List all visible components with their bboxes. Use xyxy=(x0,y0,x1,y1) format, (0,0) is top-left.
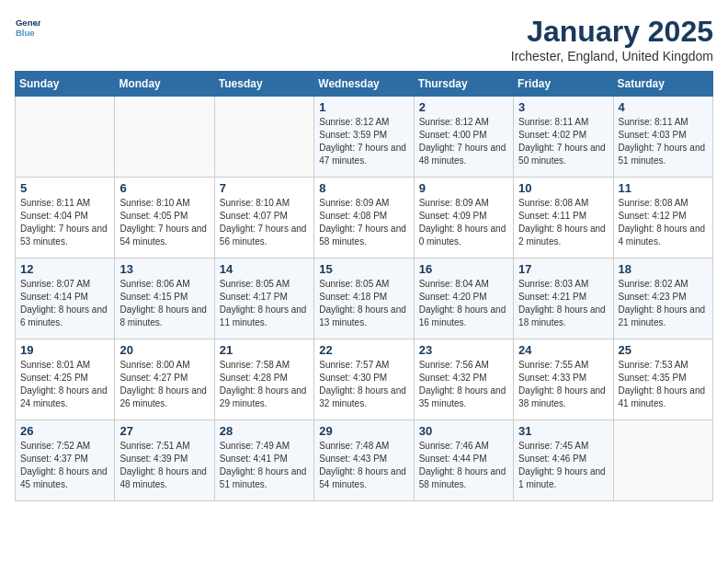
day-number: 10 xyxy=(518,181,608,195)
logo: General Blue xyxy=(15,15,40,40)
calendar-cell xyxy=(613,420,712,501)
calendar-cell: 3Sunrise: 8:11 AM Sunset: 4:02 PM Daylig… xyxy=(514,97,613,178)
day-number: 6 xyxy=(119,181,209,195)
calendar-cell xyxy=(214,97,313,178)
weekday-header-monday: Monday xyxy=(115,72,214,97)
cell-info: Sunrise: 8:05 AM Sunset: 4:18 PM Dayligh… xyxy=(319,278,408,329)
cell-info: Sunrise: 7:51 AM Sunset: 4:39 PM Dayligh… xyxy=(119,440,209,491)
day-number: 5 xyxy=(20,181,109,195)
page-header: General Blue January 2025 Irchester, Eng… xyxy=(15,15,713,63)
calendar-cell: 2Sunrise: 8:12 AM Sunset: 4:00 PM Daylig… xyxy=(414,97,513,178)
day-number: 25 xyxy=(619,343,708,357)
weekday-header-tuesday: Tuesday xyxy=(214,72,313,97)
cell-info: Sunrise: 8:12 AM Sunset: 4:00 PM Dayligh… xyxy=(419,116,508,167)
day-number: 29 xyxy=(319,424,408,438)
calendar-cell xyxy=(16,97,115,178)
calendar-cell: 23Sunrise: 7:56 AM Sunset: 4:32 PM Dayli… xyxy=(414,339,513,420)
calendar-cell: 29Sunrise: 7:48 AM Sunset: 4:43 PM Dayli… xyxy=(314,420,414,501)
day-number: 8 xyxy=(319,181,408,195)
cell-info: Sunrise: 7:58 AM Sunset: 4:28 PM Dayligh… xyxy=(220,359,309,410)
cell-info: Sunrise: 8:11 AM Sunset: 4:03 PM Dayligh… xyxy=(619,116,708,167)
day-number: 30 xyxy=(419,424,508,438)
calendar-cell: 5Sunrise: 8:11 AM Sunset: 4:04 PM Daylig… xyxy=(16,178,115,259)
cell-info: Sunrise: 8:05 AM Sunset: 4:17 PM Dayligh… xyxy=(220,278,309,329)
cell-info: Sunrise: 7:56 AM Sunset: 4:32 PM Dayligh… xyxy=(419,359,508,410)
cell-info: Sunrise: 8:10 AM Sunset: 4:05 PM Dayligh… xyxy=(119,197,209,248)
day-number: 7 xyxy=(220,181,309,195)
calendar-cell: 19Sunrise: 8:01 AM Sunset: 4:25 PM Dayli… xyxy=(16,339,115,420)
day-number: 31 xyxy=(518,424,608,438)
calendar-cell: 10Sunrise: 8:08 AM Sunset: 4:11 PM Dayli… xyxy=(514,178,613,259)
cell-info: Sunrise: 8:11 AM Sunset: 4:02 PM Dayligh… xyxy=(518,116,608,167)
month-title: January 2025 xyxy=(511,15,713,49)
cell-info: Sunrise: 7:55 AM Sunset: 4:33 PM Dayligh… xyxy=(518,359,608,410)
cell-info: Sunrise: 8:09 AM Sunset: 4:09 PM Dayligh… xyxy=(419,197,508,248)
calendar-cell: 9Sunrise: 8:09 AM Sunset: 4:09 PM Daylig… xyxy=(414,178,513,259)
cell-info: Sunrise: 7:48 AM Sunset: 4:43 PM Dayligh… xyxy=(319,440,408,491)
weekday-header-saturday: Saturday xyxy=(613,72,712,97)
cell-info: Sunrise: 8:00 AM Sunset: 4:27 PM Dayligh… xyxy=(119,359,209,410)
weekday-header-friday: Friday xyxy=(514,72,613,97)
calendar-cell: 17Sunrise: 8:03 AM Sunset: 4:21 PM Dayli… xyxy=(514,259,613,339)
weekday-header-wednesday: Wednesday xyxy=(314,72,414,97)
cell-info: Sunrise: 8:08 AM Sunset: 4:11 PM Dayligh… xyxy=(518,197,608,248)
calendar-cell: 30Sunrise: 7:46 AM Sunset: 4:44 PM Dayli… xyxy=(414,420,513,501)
cell-info: Sunrise: 8:06 AM Sunset: 4:15 PM Dayligh… xyxy=(119,278,209,329)
day-number: 20 xyxy=(119,343,209,357)
day-number: 23 xyxy=(419,343,508,357)
day-number: 21 xyxy=(220,343,309,357)
day-number: 28 xyxy=(220,424,309,438)
calendar-cell: 25Sunrise: 7:53 AM Sunset: 4:35 PM Dayli… xyxy=(613,339,712,420)
calendar-cell: 31Sunrise: 7:45 AM Sunset: 4:46 PM Dayli… xyxy=(514,420,613,501)
title-block: January 2025 Irchester, England, United … xyxy=(511,15,713,63)
cell-info: Sunrise: 8:04 AM Sunset: 4:20 PM Dayligh… xyxy=(419,278,508,329)
day-number: 3 xyxy=(518,100,608,114)
svg-text:General: General xyxy=(16,17,40,28)
cell-info: Sunrise: 8:08 AM Sunset: 4:12 PM Dayligh… xyxy=(619,197,708,248)
calendar-cell: 15Sunrise: 8:05 AM Sunset: 4:18 PM Dayli… xyxy=(314,259,414,339)
calendar-cell: 28Sunrise: 7:49 AM Sunset: 4:41 PM Dayli… xyxy=(214,420,313,501)
day-number: 15 xyxy=(319,262,408,276)
day-number: 18 xyxy=(619,262,708,276)
calendar-cell: 21Sunrise: 7:58 AM Sunset: 4:28 PM Dayli… xyxy=(214,339,313,420)
calendar-cell: 4Sunrise: 8:11 AM Sunset: 4:03 PM Daylig… xyxy=(613,97,712,178)
calendar-cell: 1Sunrise: 8:12 AM Sunset: 3:59 PM Daylig… xyxy=(314,97,414,178)
calendar-cell: 20Sunrise: 8:00 AM Sunset: 4:27 PM Dayli… xyxy=(115,339,214,420)
calendar-cell: 12Sunrise: 8:07 AM Sunset: 4:14 PM Dayli… xyxy=(16,259,115,339)
cell-info: Sunrise: 7:52 AM Sunset: 4:37 PM Dayligh… xyxy=(20,440,109,491)
calendar-cell: 14Sunrise: 8:05 AM Sunset: 4:17 PM Dayli… xyxy=(214,259,313,339)
calendar-cell: 13Sunrise: 8:06 AM Sunset: 4:15 PM Dayli… xyxy=(115,259,214,339)
day-number: 26 xyxy=(20,424,109,438)
day-number: 14 xyxy=(220,262,309,276)
day-number: 22 xyxy=(319,343,408,357)
day-number: 24 xyxy=(518,343,608,357)
day-number: 16 xyxy=(419,262,508,276)
cell-info: Sunrise: 7:49 AM Sunset: 4:41 PM Dayligh… xyxy=(220,440,309,491)
cell-info: Sunrise: 8:10 AM Sunset: 4:07 PM Dayligh… xyxy=(220,197,309,248)
calendar-cell: 7Sunrise: 8:10 AM Sunset: 4:07 PM Daylig… xyxy=(214,178,313,259)
weekday-header-thursday: Thursday xyxy=(414,72,513,97)
calendar-cell: 26Sunrise: 7:52 AM Sunset: 4:37 PM Dayli… xyxy=(16,420,115,501)
calendar-table: SundayMondayTuesdayWednesdayThursdayFrid… xyxy=(15,71,713,501)
cell-info: Sunrise: 8:11 AM Sunset: 4:04 PM Dayligh… xyxy=(20,197,109,248)
calendar-cell: 11Sunrise: 8:08 AM Sunset: 4:12 PM Dayli… xyxy=(613,178,712,259)
cell-info: Sunrise: 7:45 AM Sunset: 4:46 PM Dayligh… xyxy=(518,440,608,491)
calendar-cell: 24Sunrise: 7:55 AM Sunset: 4:33 PM Dayli… xyxy=(514,339,613,420)
logo-icon: General Blue xyxy=(15,15,40,40)
cell-info: Sunrise: 7:53 AM Sunset: 4:35 PM Dayligh… xyxy=(619,359,708,410)
day-number: 9 xyxy=(419,181,508,195)
day-number: 4 xyxy=(619,100,708,114)
day-number: 1 xyxy=(319,100,408,114)
cell-info: Sunrise: 8:01 AM Sunset: 4:25 PM Dayligh… xyxy=(20,359,109,410)
day-number: 12 xyxy=(20,262,109,276)
day-number: 19 xyxy=(20,343,109,357)
calendar-cell: 22Sunrise: 7:57 AM Sunset: 4:30 PM Dayli… xyxy=(314,339,414,420)
calendar-cell xyxy=(115,97,214,178)
calendar-cell: 27Sunrise: 7:51 AM Sunset: 4:39 PM Dayli… xyxy=(115,420,214,501)
day-number: 13 xyxy=(119,262,209,276)
day-number: 2 xyxy=(419,100,508,114)
svg-text:Blue: Blue xyxy=(16,28,35,38)
cell-info: Sunrise: 7:46 AM Sunset: 4:44 PM Dayligh… xyxy=(419,440,508,491)
day-number: 17 xyxy=(518,262,608,276)
cell-info: Sunrise: 8:03 AM Sunset: 4:21 PM Dayligh… xyxy=(518,278,608,329)
